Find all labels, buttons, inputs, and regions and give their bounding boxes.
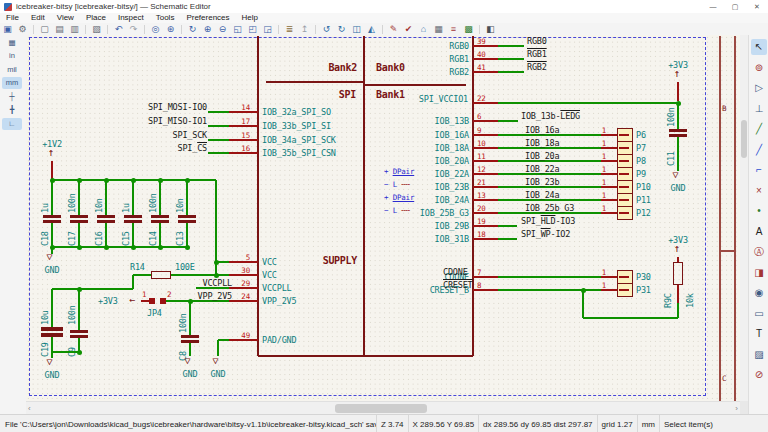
pin-name[interactable]: IOB_20A <box>380 156 469 166</box>
menu-place[interactable]: Place <box>80 13 112 23</box>
wire[interactable] <box>498 289 601 291</box>
wire[interactable] <box>132 180 134 215</box>
refresh-button[interactable]: ↻ <box>186 24 200 35</box>
capacitor-C13-plates[interactable] <box>178 215 196 218</box>
capacitor-C18-plates[interactable] <box>43 215 61 218</box>
net-label[interactable]: CDONE <box>443 267 468 277</box>
net-label[interactable]: IOB_25b_G3 <box>525 203 574 213</box>
place-symbol-tool-button[interactable]: ▷ <box>751 80 767 96</box>
dpair-annotation[interactable]: − L ╌╌ <box>384 206 410 216</box>
zoom-out-button[interactable]: ⊖ <box>216 24 230 35</box>
power-lead[interactable] <box>141 300 149 302</box>
net-label[interactable]: RGB2 <box>527 62 547 72</box>
fpga-body[interactable] <box>472 36 474 356</box>
wire[interactable] <box>498 120 518 122</box>
pin-number[interactable]: 49 <box>210 331 250 341</box>
net-label[interactable]: IOB_24a <box>525 190 559 200</box>
wire[interactable] <box>105 223 107 247</box>
connector-pin-number[interactable]: 1 <box>588 165 606 175</box>
pin-name[interactable]: PAD/GND <box>262 335 296 345</box>
capacitor-value-C17[interactable]: 100n <box>67 193 77 213</box>
menu-help[interactable]: Help <box>236 13 264 23</box>
pin-name[interactable]: VCCPLL <box>262 283 292 293</box>
resistor-R14[interactable] <box>151 271 171 279</box>
capacitor-C19-plates[interactable] <box>41 327 63 331</box>
pin-number[interactable]: 19 <box>477 217 486 227</box>
resistor-ref-R14[interactable]: R14 <box>130 262 145 272</box>
jumper-JP4-pad1[interactable] <box>149 298 155 304</box>
wire[interactable] <box>52 246 187 248</box>
draw-bus-tool-button[interactable]: ╱ <box>751 142 767 158</box>
wire[interactable] <box>677 103 679 129</box>
wire[interactable] <box>51 337 53 352</box>
pin-number[interactable]: 10 <box>477 139 486 149</box>
junction-dot[interactable] <box>104 178 109 183</box>
pin-number[interactable]: 6 <box>477 112 481 122</box>
capacitor-ref-C19[interactable]: C19 <box>40 342 50 357</box>
connector-pin-number[interactable]: 1 <box>588 178 606 188</box>
pin-name[interactable]: VPP_2V5 <box>262 296 296 306</box>
sheet-frame[interactable] <box>734 36 736 401</box>
new-sheet-button[interactable]: ▢ <box>38 24 52 35</box>
connector-ref-P30[interactable]: P30 <box>636 272 651 282</box>
power-lead[interactable] <box>677 84 679 101</box>
resistor-R9C[interactable] <box>673 262 683 285</box>
net-label[interactable]: CRESET <box>443 280 473 290</box>
pin-number[interactable]: 40 <box>477 50 486 60</box>
bus-entry-tool-button[interactable]: ⌐ <box>751 162 767 178</box>
wire[interactable] <box>498 58 524 60</box>
pin-name[interactable]: RGB2 <box>380 67 469 77</box>
pin-name[interactable]: RGB0 <box>380 41 469 51</box>
wire[interactable] <box>498 71 524 73</box>
net-label[interactable]: SPI_SCK <box>60 130 207 140</box>
pin-number[interactable]: 17 <box>210 117 250 127</box>
pin-number[interactable]: 18 <box>477 230 486 240</box>
menu-preferences[interactable]: Preferences <box>180 13 235 23</box>
pin-name[interactable]: VCC <box>262 270 277 280</box>
fpga-body[interactable] <box>257 36 259 356</box>
pin-name[interactable]: IOB_33b_SPI_SI <box>262 121 331 131</box>
jumper-pin-number[interactable]: 2 <box>167 290 171 300</box>
fpga-body[interactable] <box>258 355 473 357</box>
wire[interactable] <box>189 301 191 335</box>
connector-pin-number[interactable]: 1 <box>588 126 606 136</box>
capacitor-value-C13[interactable]: 10n <box>175 198 185 213</box>
menu-edit[interactable]: Edit <box>25 13 51 23</box>
capacitor-value-C19[interactable]: 10u <box>40 310 50 325</box>
power-3v3-c11-arrow-icon[interactable]: ↑ <box>674 69 680 79</box>
gnd-c8-icon[interactable]: ▽ <box>185 356 191 366</box>
connector-ref-P31[interactable]: P31 <box>636 285 651 295</box>
sheet-frame[interactable] <box>719 36 721 401</box>
gnd-c11-label[interactable]: GND <box>662 183 694 193</box>
connector-ref-P11[interactable]: P11 <box>636 195 651 205</box>
resistor-value-R9C[interactable]: 10k <box>685 293 695 308</box>
connector-pin[interactable] <box>619 134 629 136</box>
capacitor-C17-plates[interactable] <box>70 215 88 218</box>
net-label[interactable]: SPI_MISO-IO1 <box>60 116 207 126</box>
pcb-editor-button[interactable]: ▩ <box>462 24 476 35</box>
capacitor-ref-C11[interactable]: C11 <box>666 151 676 166</box>
schematic-setup-button[interactable]: ⚙ <box>16 24 30 35</box>
fpga-header-bank2[interactable]: Bank2 <box>297 63 357 73</box>
capacitor-C11-plates[interactable] <box>669 129 687 132</box>
pin-number[interactable]: 41 <box>477 63 486 73</box>
junction-dot[interactable] <box>77 245 82 250</box>
connector-pin[interactable] <box>619 212 629 214</box>
schematic-sheet[interactable]: BCBank2Bank0SPIBank1SUPPLYSPI_MOSI-IO014… <box>26 35 740 401</box>
connector-ref-P9[interactable]: P9 <box>636 169 646 179</box>
capacitor-ref-C18[interactable]: C18 <box>40 231 50 246</box>
draw-wire-tool-button[interactable]: ╱ <box>751 121 767 137</box>
mirror-v-button[interactable]: ◭ <box>365 24 379 35</box>
units-mm-button[interactable]: mm <box>2 77 22 89</box>
gnd-decoupling-label[interactable]: GND <box>36 265 68 275</box>
maximize-button[interactable]: ▢ <box>724 0 746 13</box>
pin-number[interactable]: 39 <box>477 37 486 47</box>
capacitor-C8-plates[interactable] <box>181 335 199 338</box>
capacitor-value-C18[interactable]: 1u <box>40 203 50 213</box>
netclass-directive-tool-button[interactable]: ◉ <box>751 285 767 301</box>
resistor-ref-R9C[interactable]: R9C <box>663 293 673 308</box>
jumper-ref-JP4[interactable]: JP4 <box>147 308 162 318</box>
net-label[interactable]: VPP_2V5 <box>120 291 232 301</box>
connector-pin-number[interactable]: 1 <box>588 191 606 201</box>
capacitor-value-C8[interactable]: 100n <box>178 313 188 333</box>
